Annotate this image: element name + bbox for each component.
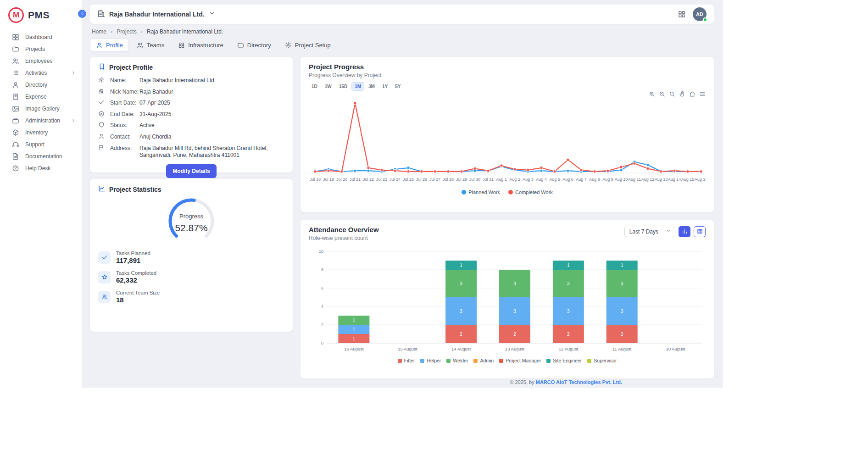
sidebar-item-inventory[interactable]: Inventory [0, 127, 82, 139]
range-1w[interactable]: 1W [322, 83, 334, 90]
toolbar-zoom-in-button[interactable] [649, 91, 655, 97]
check-icon [98, 99, 105, 106]
image-icon [12, 105, 19, 112]
bar-value-label: 3 [460, 309, 462, 314]
stat-value: 117,891 [116, 256, 150, 264]
tab-profile[interactable]: Profile [90, 39, 129, 52]
range-1y[interactable]: 1Y [379, 83, 390, 90]
attendance-title: Attendance Overview [309, 226, 379, 234]
users-icon [12, 57, 19, 65]
chart-view-button[interactable] [679, 226, 690, 237]
sidebar-collapse-button[interactable] [78, 10, 86, 18]
toolbar-menu-button[interactable] [699, 91, 706, 97]
progress-chart-subtitle: Progress Overview by Project [309, 72, 381, 78]
sidebar-item-dashboard[interactable]: Dashboard [0, 31, 82, 43]
sidebar-item-employees[interactable]: Employees [0, 55, 82, 67]
legend-fitter[interactable]: Fitter [398, 358, 415, 363]
field-label: Status: [110, 122, 139, 128]
stat-value: 62,332 [116, 276, 156, 284]
sidebar-item-label: Activities [25, 70, 65, 76]
bookmark-icon [98, 63, 106, 70]
legend-site-engineer[interactable]: Site Engineer [546, 358, 582, 363]
footer-link[interactable]: MARCO AIoT Technologies Pvt. Ltd. [536, 379, 622, 385]
legend-planned-work[interactable]: Planned Work [462, 189, 500, 195]
reset-home-icon [689, 91, 696, 97]
logo-text: PMS [28, 10, 50, 21]
legend-label: Completed Work [515, 189, 553, 195]
x-circle-icon [98, 111, 105, 117]
field-value: 31-Aug-2025 [139, 111, 171, 118]
sidebar-item-directory[interactable]: Directory [0, 79, 82, 91]
x-axis-label: Aug 1 [496, 177, 507, 182]
progress-line-chart[interactable]: Jul 18Jul 19Jul 20Jul 21Jul 22Jul 23Jul … [309, 90, 706, 187]
chevron-left-icon [80, 11, 85, 16]
zoom-in-icon [649, 91, 655, 97]
range-5y[interactable]: 5Y [392, 83, 403, 90]
sidebar-item-support[interactable]: Support [0, 139, 82, 150]
attendance-overview-card: Attendance Overview Role-wise present co… [300, 220, 714, 378]
sidebar-item-expense[interactable]: Expense [0, 91, 82, 103]
legend-admin[interactable]: Admin [473, 358, 494, 363]
breadcrumb-item[interactable]: Raja Bahadur International Ltd. [147, 28, 223, 35]
sidebar-item-administration[interactable]: Administration [0, 115, 82, 127]
user-avatar[interactable]: AD [693, 7, 707, 21]
app-logo[interactable]: M PMS [0, 5, 82, 31]
sidebar-item-help-desk[interactable]: Help Desk [0, 162, 82, 174]
table-icon [697, 228, 703, 234]
breadcrumb-item[interactable]: Home [92, 28, 106, 35]
content-canvas: Raja Bahadur International Ltd. AD Home›… [82, 0, 723, 388]
tab-directory[interactable]: Directory [231, 39, 277, 52]
x-axis-label: Jul 31 [483, 177, 494, 182]
attendance-range-select[interactable]: Last 7 Days [624, 226, 675, 237]
main-area: Raja Bahadur International Ltd. AD Home›… [82, 0, 868, 467]
project-profile-card: Project Profile Name:Raja Bahadur Intern… [90, 57, 293, 172]
range-15d[interactable]: 15D [336, 83, 350, 90]
sidebar-item-documentation[interactable]: Documentation [0, 150, 82, 162]
sidebar-item-projects[interactable]: Projects [0, 43, 82, 55]
attendance-bar-chart[interactable]: 024681011116 August15 August233114 Augus… [309, 244, 706, 354]
apps-grid-icon[interactable] [678, 10, 686, 18]
tab-teams[interactable]: Teams [131, 39, 170, 52]
range-3m[interactable]: 3M [366, 83, 378, 90]
legend-welder[interactable]: Welder [446, 358, 468, 363]
modify-details-button[interactable]: Modify Details [166, 164, 216, 178]
legend-project-manager[interactable]: Project Manager [499, 358, 541, 363]
stat-text: Tasks Planned117,891 [116, 250, 150, 264]
menu-icon [699, 91, 706, 97]
legend-completed-work[interactable]: Completed Work [508, 189, 553, 195]
gauge-track [164, 195, 219, 245]
legend-marker [398, 359, 402, 363]
table-view-button[interactable] [694, 226, 706, 237]
project-progress-card: Project Progress Progress Overview by Pr… [300, 57, 714, 212]
company-selector[interactable]: Raja Bahadur International Ltd. [97, 10, 215, 19]
data-point-planned-work [407, 167, 410, 169]
data-point-completed-work [314, 170, 317, 173]
legend-supervisor[interactable]: Supervisor [587, 358, 617, 363]
legend-helper[interactable]: Helper [420, 358, 441, 363]
flag-icon [98, 145, 105, 151]
list-icon [12, 69, 19, 77]
chevron-down-icon [209, 10, 215, 18]
sidebar-item-activities[interactable]: Activities [0, 67, 82, 79]
range-1m[interactable]: 1M [352, 83, 364, 90]
profile-fields: Name:Raja Bahadur International Ltd.Nick… [98, 77, 284, 159]
toolbar-reset-home-button[interactable] [689, 91, 696, 97]
tab-label: Directory [247, 42, 271, 49]
data-point-planned-work [646, 163, 649, 166]
breadcrumb-item[interactable]: Projects [117, 28, 136, 35]
data-point-completed-work [327, 169, 330, 172]
toolbar-pan-button[interactable] [679, 91, 685, 97]
legend-marker [546, 359, 551, 363]
data-point-completed-work [620, 166, 623, 168]
toolbar-zoom-out-button[interactable] [659, 91, 665, 97]
range-1d[interactable]: 1D [309, 83, 320, 90]
tab-project-setup[interactable]: Project Setup [279, 39, 337, 52]
tab-infrastructure[interactable]: Infrastructure [172, 39, 229, 52]
x-axis-label: Jul 25 [403, 177, 414, 182]
gauge-arc [164, 195, 219, 245]
y-axis-label: 10 [319, 249, 323, 254]
legend-label: Planned Work [468, 189, 500, 195]
chart-line-icon [98, 185, 106, 192]
sidebar-item-image-gallery[interactable]: Image Gallery [0, 103, 82, 115]
toolbar-selection-button[interactable] [669, 91, 675, 97]
